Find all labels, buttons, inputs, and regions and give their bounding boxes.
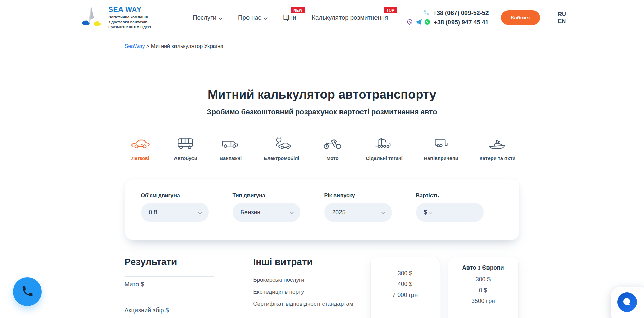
- yacht-icon: [487, 137, 508, 150]
- truck-icon: [221, 137, 240, 150]
- electric-car-icon: [271, 136, 292, 150]
- header: SEA WAY Логістична компанія з доставки в…: [0, 0, 644, 35]
- result-row-duty: Мито $: [125, 276, 214, 302]
- chevron-down-icon: [198, 210, 202, 216]
- page-subtitle: Зробимо безкоштовний розрахунок вартості…: [125, 108, 520, 116]
- brand-name: SEA WAY: [108, 5, 151, 14]
- year-label: Рік випуску: [324, 193, 392, 199]
- nav-prices[interactable]: Ціни NEW: [283, 14, 296, 21]
- tab-semi-trucks[interactable]: Сідельні тягачі: [366, 136, 402, 161]
- page-title: Митний калькулятор автотранспорту: [125, 87, 520, 102]
- card-title: Авто з Європи: [448, 264, 518, 271]
- expense-item: Сертифікат відповідності стандартам: [253, 300, 369, 309]
- nav-services[interactable]: Послуги: [192, 14, 222, 21]
- whatsapp-icon[interactable]: [424, 19, 430, 26]
- engine-volume-field: Об'єм двигуна 0.8: [141, 193, 209, 240]
- viber-icon[interactable]: [407, 19, 413, 26]
- chevron-down-icon: [219, 14, 222, 21]
- price-input[interactable]: $: [416, 203, 484, 222]
- price-value: 400 $: [371, 281, 440, 288]
- calculator-form: Об'єм двигуна 0.8 Тип двигуна Бензин Рік…: [125, 179, 520, 240]
- price-value: 300 $: [371, 270, 440, 277]
- price-field: Вартість $: [416, 193, 484, 240]
- chevron-down-icon: [381, 210, 385, 216]
- engine-volume-label: Об'єм двигуна: [141, 193, 209, 199]
- price-value: 0 $: [448, 287, 518, 294]
- car-icon: [131, 137, 150, 150]
- lang-en[interactable]: EN: [558, 18, 566, 24]
- vehicle-type-tabs: Легкові Автобуси Вантажні: [125, 136, 520, 161]
- seaway-logo-icon: [79, 6, 104, 29]
- pension-fund-note: Плата в пенсійний фонд при реєстрації МР…: [253, 316, 352, 318]
- tab-buses[interactable]: Автобуси: [173, 137, 197, 161]
- engine-type-field: Тип двигуна Бензин: [233, 193, 300, 240]
- price-value: 7 000 грн: [371, 292, 440, 299]
- breadcrumb: SeaWay > Митний калькулятор Україна: [125, 43, 520, 49]
- tab-semi-trailers[interactable]: Напівпричепи: [424, 137, 458, 161]
- year-field: Рік випуску 2025: [324, 193, 392, 240]
- new-badge: NEW: [291, 7, 305, 13]
- nav-customs-calculator[interactable]: Калькулятор розмитнення TOP: [312, 14, 388, 21]
- breadcrumb-home-link[interactable]: SeaWay: [125, 43, 145, 49]
- price-label: Вартість: [416, 193, 484, 199]
- header-contacts: +38 (067) 009-52-52 +38 (095) 947 45 41: [407, 9, 489, 26]
- nav-about[interactable]: Про нас: [238, 14, 268, 21]
- phone-icon: [423, 9, 430, 17]
- engine-type-select[interactable]: Бензин: [233, 203, 300, 222]
- expenses-price-card: 300 $ 400 $ 7 000 грн: [370, 257, 440, 318]
- price-value: 300 $: [448, 276, 518, 283]
- trailer-icon: [431, 137, 450, 150]
- auto-from-europe-card: Авто з Європи 300 $ 0 $ 3500 грн: [448, 257, 519, 318]
- phone-number-2[interactable]: +38 (095) 947 45 41: [434, 19, 489, 26]
- brand-tagline: Логістична компанія з доставки вантажів …: [108, 15, 151, 30]
- phone-icon: [21, 285, 34, 299]
- results-column: Результати Мито $ Акцизний збір $: [125, 257, 214, 318]
- call-fab-button[interactable]: [13, 277, 42, 306]
- semi-truck-icon: [374, 136, 394, 150]
- tab-trucks[interactable]: Вантажні: [219, 137, 242, 161]
- main-nav: Послуги Про нас Ціни NEW Калькулятор роз…: [192, 14, 388, 21]
- logo[interactable]: SEA WAY Логістична компанія з доставки в…: [79, 5, 151, 30]
- chevron-down-icon: [290, 210, 294, 216]
- price-value: 3500 грн: [448, 298, 518, 305]
- engine-type-label: Тип двигуна: [233, 193, 300, 199]
- telegram-icon[interactable]: [415, 19, 422, 26]
- currency-select[interactable]: $: [424, 209, 427, 216]
- engine-volume-select[interactable]: 0.8: [141, 203, 209, 222]
- lang-ru[interactable]: RU: [558, 11, 566, 17]
- cabinet-button[interactable]: Кабінет: [501, 10, 540, 25]
- language-switcher: RU EN: [558, 11, 566, 24]
- other-expenses-column: Інші витрати Брокерські послуги Експедиц…: [253, 257, 369, 318]
- year-select[interactable]: 2025: [324, 203, 392, 222]
- phone-number-1[interactable]: +38 (067) 009-52-52: [433, 9, 489, 17]
- tab-moto[interactable]: Мото: [320, 137, 344, 161]
- expense-item: Брокерські послуги: [253, 276, 369, 284]
- bus-icon: [176, 137, 195, 150]
- other-expenses-title: Інші витрати: [253, 257, 369, 267]
- chat-icon: [617, 292, 637, 312]
- chat-widget-button[interactable]: [611, 287, 644, 318]
- results-title: Результати: [125, 257, 214, 267]
- expense-item: Експедиція в порту: [253, 287, 369, 296]
- tab-boats-yachts[interactable]: Катери та яхти: [480, 137, 516, 161]
- chevron-down-icon: [264, 14, 268, 21]
- results-section: Результати Мито $ Акцизний збір $ Інші в…: [125, 257, 520, 318]
- motorcycle-icon: [323, 137, 342, 150]
- tab-electric-cars[interactable]: Електромобілі: [264, 136, 299, 161]
- breadcrumb-current: Митний калькулятор Україна: [151, 43, 223, 49]
- tab-cars[interactable]: Легкові: [129, 137, 152, 161]
- result-row-excise: Акцизний збір $: [125, 302, 214, 318]
- top-badge: TOP: [384, 7, 397, 13]
- chevron-down-icon: [429, 210, 432, 216]
